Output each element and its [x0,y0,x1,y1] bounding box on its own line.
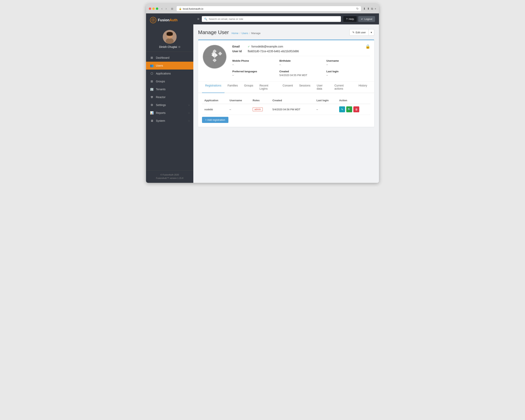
add-registration-button[interactable]: + Add registration [202,117,228,123]
table-header-row: Application Username Roles Created Last … [202,97,370,104]
dashboard-icon: ⊞ [150,56,153,59]
registrations-table-section: Application Username Roles Created Last … [198,93,374,127]
tab-groups[interactable]: Groups [241,82,256,93]
user-card: Email ✓ fornodebb@example.com User Id fb… [198,40,374,127]
svg-point-1 [152,19,153,20]
cell-actions: ✎ 🔍 🗑 [337,104,370,115]
forward-button[interactable]: › [164,7,168,11]
tab-sessions[interactable]: Sessions [296,82,314,93]
sidebar-item-system[interactable]: 🖥 System ‹ [146,117,193,124]
breadcrumb-current: Manage [251,32,261,35]
sidebar-toggle-button[interactable]: ⊟ [170,7,174,11]
share-button[interactable]: ⬆ [367,7,369,10]
email-value: fornodebb@example.com [252,45,283,48]
breadcrumb-home[interactable]: Home [232,32,238,35]
cell-roles: admin [250,104,270,115]
sidebar-item-groups[interactable]: ⊞ Groups [146,77,193,85]
search-input[interactable] [209,18,339,20]
user-info: Email ✓ fornodebb@example.com User Id fb… [198,40,374,82]
cell-application: nodebb [202,104,227,115]
birthdate-group: Birthdate – [280,59,323,66]
sidebar-item-users[interactable]: 👥 Users [146,62,193,70]
col-last-login: Last login [314,97,337,104]
refresh-button[interactable]: ↻ [356,7,359,10]
logo-text: FusionAuth [158,18,178,22]
sidebar-footer: © FusionAuth 2020 FusionAuth™ version 1.… [146,170,193,183]
topbar-actions: ? Help ↩ Logout [343,16,375,22]
preferred-languages-group: Preferred languages – [232,70,275,77]
menu-icon[interactable]: ≡ [197,17,199,21]
edit-registration-button[interactable]: ✎ [339,106,345,112]
sidebar-item-settings[interactable]: ⚙ Settings ‹ [146,101,193,109]
col-application: Application [202,97,227,104]
cell-last-login: – [314,104,337,115]
avatar [163,30,177,44]
edit-user-button[interactable]: ✎ Edit user [349,29,369,36]
sidebar-item-tenants[interactable]: 🏢 Tenants [146,85,193,93]
groups-icon: ⊞ [150,80,153,83]
last-login-group: Last login – [326,70,369,77]
tab-history[interactable]: History [355,82,370,93]
userid-row: User Id fbdd31d0-72ce-4235-b461-eb21b3f1… [232,50,369,53]
sidebar-user-profile: Dinish Chugtai ⊟ [146,27,193,52]
tab-consent[interactable]: Consent [280,82,296,93]
lock-icon: 🔒 [179,8,182,10]
col-username: Username [227,97,250,104]
tab-user-data[interactable]: User data [314,82,331,93]
sidebar-item-dashboard[interactable]: ⊞ Dashboard [146,54,193,62]
col-action: Action [337,97,370,104]
sidebar-username: Dinish Chugtai ⊟ [159,45,180,48]
edit-user-dropdown-button[interactable]: ▾ [369,29,374,36]
url-text: local.fusionauth.io [183,7,203,10]
sidebar-nav: ⊞ Dashboard 👥 Users ⬡ Applications ⊞ Gro… [146,52,193,170]
user-lock-icon: 🔒 [365,44,370,49]
sidebar-item-reactor[interactable]: ☢ Reactor [146,93,193,101]
col-roles: Roles [250,97,270,104]
download-button[interactable]: ⬇ [363,7,366,10]
tab-current-actions[interactable]: Current actions [331,82,356,93]
logout-icon: ↩ [361,18,363,20]
tab-registrations[interactable]: Registrations [202,82,225,93]
new-tab-button[interactable]: ⧉ [371,7,373,10]
created-group: Created 5/4/2020 04:55 PM MDT [280,70,323,77]
tab-families[interactable]: Families [225,82,241,93]
tab-recent-logins[interactable]: Recent Logins [256,82,280,93]
help-icon: ? [346,18,347,20]
minimize-dot[interactable] [152,8,155,10]
reactor-icon: ☢ [150,95,153,99]
system-arrow: ‹ [189,120,189,122]
help-button[interactable]: ? Help [343,16,357,22]
registrations-table: Application Username Roles Created Last … [202,97,370,115]
add-tab-button[interactable]: + [375,7,376,10]
table-row: nodebb – admin 5/4/2020 04:56 PM MDT – [202,104,370,115]
settings-icon: ⚙ [150,103,153,107]
email-row: Email ✓ fornodebb@example.com [232,45,369,48]
delete-registration-button[interactable]: 🗑 [353,106,359,112]
maximize-dot[interactable] [156,8,158,10]
back-button[interactable]: ‹ [160,7,164,11]
cell-username: – [227,104,250,115]
sidebar-item-reports[interactable]: 📊 Reports ‹ [146,109,193,117]
applications-icon: ⬡ [150,72,153,75]
url-bar[interactable]: 🔒 local.fusionauth.io ↻ [176,6,361,11]
user-details: Email ✓ fornodebb@example.com User Id fb… [232,45,369,77]
browser-toolbar: ‹ › ⊟ 🔒 local.fusionauth.io ↻ ⬇ ⬆ ⧉ + [146,4,379,13]
view-registration-button[interactable]: 🔍 [346,106,352,112]
col-created: Created [270,97,314,104]
logo-icon [150,17,156,23]
svg-point-2 [153,19,153,19]
tenants-icon: 🏢 [150,87,153,91]
user-fields-grid: Mobile Phone – Birthdate – Username – [232,56,369,77]
svg-point-4 [166,38,174,44]
search-bar[interactable]: 🔍 [202,16,341,22]
logout-button[interactable]: ↩ Logout [358,16,375,22]
sidebar-item-applications[interactable]: ⬡ Applications [146,70,193,77]
close-dot[interactable] [149,8,151,10]
page-header: Manage User Home / Users / Manage ✎ Edit [198,29,374,36]
sidebar: FusionAuth [146,13,193,183]
verified-icon: ✓ [248,45,250,48]
settings-arrow: ‹ [189,104,189,106]
role-badge: admin [253,107,263,111]
breadcrumb-users[interactable]: Users [241,32,248,35]
users-icon: 👥 [150,64,153,67]
